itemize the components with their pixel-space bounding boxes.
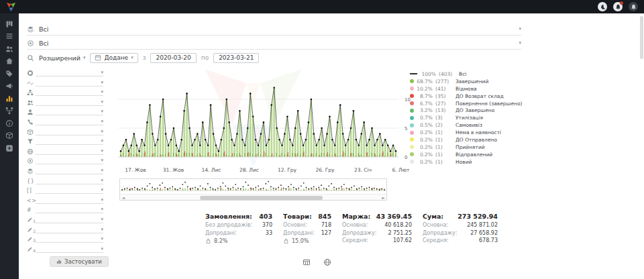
- stat-total: 273 529.94: [458, 213, 498, 220]
- filter-select[interactable]: ▾: [36, 139, 103, 145]
- filter-select[interactable]: ▾: [36, 217, 103, 223]
- legend-dot-swatch: [410, 123, 414, 127]
- legend-item[interactable]: 68.7%(277)Завершений: [410, 78, 522, 85]
- filter-select[interactable]: ▾: [36, 70, 103, 76]
- sidebar-item-info[interactable]: [5, 119, 15, 127]
- sidebar-item-analytics[interactable]: [5, 94, 15, 103]
- notifications-button[interactable]: [613, 2, 623, 11]
- legend-label: ДО Завершено: [455, 107, 494, 113]
- table-view-button[interactable]: [303, 258, 311, 266]
- geo-filter[interactable]: ▾: [27, 147, 103, 155]
- legend-item[interactable]: 0.2%(1)ДО Отправлено: [410, 136, 522, 144]
- legend-item[interactable]: 10.2%(41)Відмова: [410, 85, 522, 93]
- filter-select[interactable]: ▾: [36, 90, 103, 96]
- channel-filter-select[interactable]: Всі ▾: [27, 23, 521, 36]
- scrollbar-thumb[interactable]: [200, 196, 323, 200]
- dynamics-filter[interactable]: ▾: [27, 78, 103, 87]
- legend-percent: 8.7%: [417, 93, 433, 99]
- filter-select[interactable]: ▾: [36, 227, 103, 233]
- filter-select[interactable]: ▾: [36, 168, 103, 174]
- utm-medium-filter[interactable]: [ ]▾: [27, 186, 103, 194]
- x-tick-label: 12. Гру: [278, 167, 297, 173]
- sidebar-item-products[interactable]: [5, 69, 15, 78]
- sidebar-item-marketing[interactable]: [5, 82, 15, 91]
- search-icon[interactable]: [27, 54, 34, 62]
- date-to-input[interactable]: 2023-03-21: [213, 53, 259, 63]
- custom-field-3-filter[interactable]: 3▾: [27, 235, 103, 243]
- orders-chart[interactable]: 0510: [118, 67, 419, 164]
- sidebar-item-apps[interactable]: [5, 131, 15, 140]
- bag-icon: [205, 238, 211, 244]
- globe-view-button[interactable]: [323, 258, 331, 266]
- sidebar-item-clients[interactable]: [5, 44, 15, 53]
- filter-select[interactable]: ▾: [36, 80, 103, 87]
- date-from-input[interactable]: 2020-03-20: [150, 53, 196, 63]
- client-filter[interactable]: ▾: [27, 107, 103, 115]
- structure-filter[interactable]: ▾: [27, 88, 103, 96]
- filter-panel: ▾▾▾▾▾▾▾▾▾▾▾{ }▾[ ]▾< >▾#▾1▾2▾3▾4▾: [27, 68, 103, 253]
- app-logo-icon[interactable]: [6, 2, 16, 12]
- stat-label: Середня:: [342, 237, 368, 245]
- chevron-down-icon: ▾: [101, 188, 103, 192]
- apply-button[interactable]: Застосувати: [50, 256, 109, 267]
- filter-select[interactable]: ▾: [36, 100, 103, 106]
- sidebar-item-shop[interactable]: [5, 57, 15, 66]
- filter-select[interactable]: ▾: [36, 158, 103, 164]
- legend-item[interactable]: 0.5%(2)Самовивіз: [410, 121, 522, 129]
- date-field-select[interactable]: Додане ▾: [90, 53, 138, 63]
- managers-filter[interactable]: ▾: [27, 98, 103, 106]
- legend-item[interactable]: 6.7%(27)Повернення (завершено): [410, 100, 522, 107]
- product-filter[interactable]: ▾: [27, 127, 103, 135]
- filter-select[interactable]: ▾: [36, 109, 103, 115]
- page-scrollbar[interactable]: [640, 16, 643, 59]
- stat-total: 845: [318, 213, 331, 220]
- filter-select[interactable]: ▾: [36, 247, 103, 253]
- status-filter-select[interactable]: Всі ▾: [27, 38, 521, 50]
- stat-label: Допродажу:: [342, 230, 376, 238]
- legend-item[interactable]: 100%(403)Всі: [410, 70, 522, 78]
- filter-select[interactable]: ▾: [36, 207, 103, 213]
- legend-percent: 0.2%: [417, 144, 433, 150]
- target-filter[interactable]: ▾: [27, 156, 103, 164]
- custom-field-2-filter[interactable]: 2▾: [27, 225, 103, 233]
- stat-label: Допродані:: [205, 230, 237, 238]
- sidebar-item-orders[interactable]: [5, 32, 15, 41]
- phone-filter[interactable]: ▾: [27, 117, 103, 125]
- custom-field-1-filter[interactable]: 1▾: [27, 215, 103, 223]
- filter-select[interactable]: ▾: [36, 198, 103, 204]
- legend-item[interactable]: 0.2%(1)Нема в наявності: [410, 129, 522, 136]
- sidebar-item-automation[interactable]: [5, 107, 15, 115]
- status-group-filter[interactable]: ▾: [27, 68, 103, 76]
- scroll-right-icon[interactable]: ►: [380, 194, 386, 201]
- theme-toggle-button[interactable]: [598, 2, 607, 11]
- scroll-left-icon[interactable]: ◄: [120, 194, 126, 201]
- filter-select[interactable]: ▾: [36, 119, 103, 125]
- filter-select[interactable]: ▾: [36, 149, 103, 155]
- chart-scrollbar[interactable]: ◄ ►: [120, 194, 386, 200]
- globe-icon: [27, 148, 34, 155]
- filter-select[interactable]: ▾: [36, 129, 103, 135]
- utm-term-filter[interactable]: #▾: [27, 205, 103, 213]
- layers-filter[interactable]: ▾: [27, 166, 103, 174]
- utm-campaign-filter[interactable]: < >▾: [27, 196, 103, 204]
- legend-item[interactable]: 8.7%(35)ДО Возврат склад: [410, 93, 522, 100]
- filter-select[interactable]: ▾: [36, 188, 103, 194]
- filter-select[interactable]: ▾: [36, 178, 103, 184]
- legend-item[interactable]: 0.2%(1)Новий: [410, 158, 522, 166]
- custom-field-4-filter[interactable]: 4▾: [27, 245, 103, 253]
- legend-item[interactable]: 0.7%(3)Утилізація: [410, 114, 522, 121]
- utm-source-filter[interactable]: { }▾: [27, 176, 103, 184]
- sidebar-item-boards[interactable]: [5, 19, 15, 28]
- legend-item[interactable]: 0.2%(1)Відправлений: [410, 151, 522, 158]
- legend-item[interactable]: 0.2%(1)Прийнятий: [410, 144, 522, 151]
- alerts-button[interactable]: [629, 2, 638, 11]
- sidebar-item-tutorials[interactable]: [5, 144, 15, 152]
- calendar-icon: [95, 54, 101, 61]
- legend-percent: 0.2%: [417, 129, 433, 135]
- chart-overview[interactable]: ◄ ►: [119, 178, 387, 201]
- filter-select[interactable]: ▾: [36, 237, 103, 243]
- legend-item[interactable]: 3.2%(13)ДО Завершено: [410, 107, 522, 114]
- funnel-filter[interactable]: ▾: [27, 137, 103, 145]
- advanced-filter-toggle[interactable]: Розширений ▾: [39, 54, 85, 62]
- legend-percent: 0.2%: [417, 137, 433, 143]
